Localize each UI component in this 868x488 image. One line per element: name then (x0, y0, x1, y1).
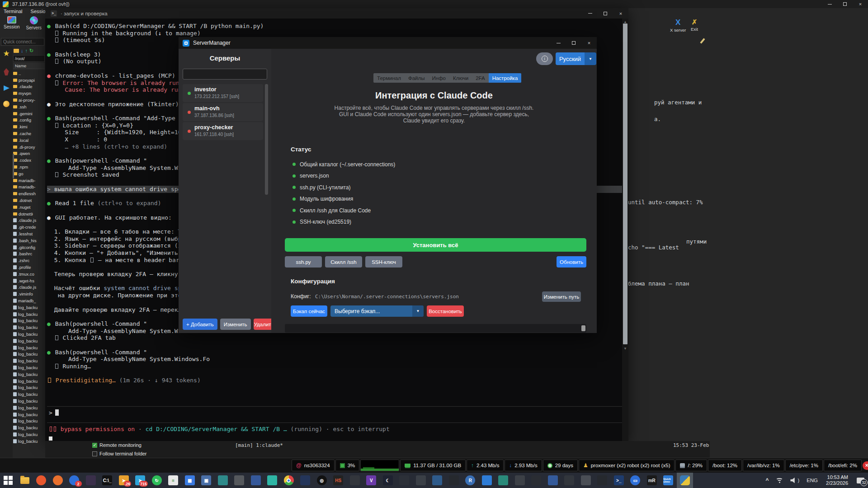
taskbar-thunderbird-icon[interactable]: 2 (66, 473, 83, 488)
taskbar-powershell-icon[interactable]: >_ (611, 473, 627, 488)
notification-center-button[interactable]: 32 (853, 473, 868, 488)
file-row[interactable]: log_backu (13, 384, 45, 391)
minimize-button[interactable] (582, 9, 598, 18)
edit-pencil-icon[interactable] (700, 38, 705, 44)
file-row[interactable]: mariadb_ (13, 297, 45, 304)
toolbar-session-button[interactable]: Session (4, 16, 20, 37)
file-row[interactable]: .bash_his (13, 237, 45, 244)
ball-icon[interactable] (3, 101, 9, 107)
close-button[interactable]: × (853, 0, 868, 8)
file-row[interactable]: .nuget (13, 204, 45, 211)
tab-ключи[interactable]: Ключи (449, 73, 472, 83)
taskbar-app-dark2-icon[interactable] (347, 473, 363, 488)
taskbar-brave-icon[interactable] (33, 473, 50, 488)
download-icon[interactable]: ↓ (21, 48, 24, 53)
file-row[interactable]: .tmux.co (13, 271, 45, 277)
wifi-icon[interactable] (772, 473, 787, 488)
minimize-button[interactable] (822, 0, 837, 8)
server-list-scrollbar[interactable] (265, 84, 268, 195)
sshpy-button[interactable]: ssh.py (285, 256, 322, 267)
file-row[interactable]: dotnet9 (13, 211, 45, 217)
telegram-plane-icon[interactable] (4, 85, 9, 91)
taskbar-start-icon[interactable] (0, 473, 17, 488)
file-row[interactable]: .profile (13, 264, 45, 271)
taskbar-app-gray2-icon[interactable] (578, 473, 594, 488)
file-row[interactable]: log_backu (13, 331, 45, 338)
file-row[interactable]: log_backu (13, 311, 45, 318)
taskbar-file-explorer-icon[interactable] (17, 473, 33, 488)
file-row[interactable]: log_backu (13, 317, 45, 324)
tab-настройка[interactable]: Настройка (489, 73, 522, 83)
file-row[interactable]: .. (13, 70, 45, 77)
taskbar-chrome-icon[interactable] (281, 473, 297, 488)
taskbar-telegram-icon[interactable]: ➤715 (132, 473, 149, 488)
taskbar-app-blue4-icon[interactable] (545, 473, 561, 488)
close-button[interactable]: × (581, 39, 597, 47)
tab-инфо[interactable]: Инфо (429, 73, 449, 83)
taskbar-app-dark6-icon[interactable] (512, 473, 528, 488)
taskbar-quick-utmo-icon[interactable]: Quick utmo (660, 473, 677, 488)
tray-expand-chevron-icon[interactable]: ^ (762, 473, 772, 488)
taskbar-rstudio-app-icon[interactable]: R (462, 473, 479, 488)
menu-item-terminal[interactable]: Terminal (4, 9, 23, 16)
file-row[interactable]: .local (13, 137, 45, 144)
exit-button[interactable]: ✗ Exit (691, 18, 698, 32)
info-button[interactable]: i (536, 52, 553, 65)
file-row[interactable]: log_backu (13, 378, 45, 385)
skill-ssh-button[interactable]: Скилл /ssh (325, 256, 362, 267)
taskbar-game-app-icon[interactable] (83, 473, 99, 488)
server-card-main-ovh[interactable]: main-ovh37.187.136.86 [ssh] (183, 103, 263, 121)
taskbar-app-dark3-icon[interactable] (396, 473, 413, 488)
file-row[interactable]: mariadb- (13, 177, 45, 184)
server-search-input[interactable] (183, 69, 267, 80)
taskbar-notepad-icon[interactable]: ≡ (165, 473, 182, 488)
tray-clock[interactable]: 10:53 AM 2/23/2026 (821, 474, 853, 486)
file-row[interactable]: log_backu (13, 404, 45, 411)
folder-up-icon[interactable] (14, 49, 19, 53)
taskbar-hs-app-icon[interactable]: HS (330, 473, 347, 488)
file-row[interactable]: log_backu (13, 357, 45, 364)
tab-терминал[interactable]: Терминал (373, 73, 405, 83)
taskbar-app-window-blue-icon[interactable]: ▣ (198, 473, 215, 488)
taskbar-app-teal2-icon[interactable] (495, 473, 512, 488)
taskbar-app-teal-icon[interactable] (215, 473, 231, 488)
file-row[interactable]: log_backu (13, 364, 45, 371)
remote-monitoring-checkbox[interactable]: ✓Remote monitoring (92, 442, 142, 448)
file-row[interactable]: .cache (13, 130, 45, 137)
maximize-button[interactable] (598, 9, 613, 18)
add-server-button[interactable]: + Добавить (183, 319, 217, 330)
close-button[interactable]: × (613, 9, 628, 18)
server-card-proxy-checker[interactable]: proxy-checker161.97.118.40 [ssh] (183, 122, 263, 140)
file-row[interactable]: log_backu (13, 424, 45, 431)
terminal-scrollbar[interactable]: ▲ ▼ (622, 19, 628, 441)
file-row[interactable]: .config (13, 117, 45, 124)
taskbar-app-dark9-icon[interactable] (594, 473, 611, 488)
file-row[interactable]: log_backu (13, 338, 45, 344)
file-row[interactable]: .claude.js (13, 284, 45, 291)
file-row[interactable]: go (13, 170, 45, 177)
file-row[interactable]: .claude (13, 84, 45, 90)
speaker-icon[interactable] (787, 473, 803, 488)
install-all-button[interactable]: Установить всё (285, 238, 586, 252)
file-row[interactable]: log_backu (13, 324, 45, 331)
taskbar-cmd-icon[interactable]: C:\_ (99, 473, 116, 488)
taskbar-app-moon-icon[interactable]: ☾ (380, 473, 396, 488)
file-row[interactable]: .wget-hs (13, 277, 45, 284)
favorites-star-icon[interactable]: ★ (3, 49, 9, 58)
file-row[interactable]: mariadb- (13, 184, 45, 191)
file-row[interactable]: log_backu (13, 371, 45, 378)
file-row[interactable]: .lesshst (13, 230, 45, 237)
file-row[interactable]: .qwen (13, 150, 45, 157)
taskbar-app-dark4-icon[interactable] (413, 473, 429, 488)
restore-button[interactable]: Восстановить (427, 305, 464, 317)
taskbar-app-quick2-icon[interactable] (479, 473, 495, 488)
server-card-investor[interactable]: investor173.212.212.157 [ssh] (183, 84, 263, 102)
quick-connect-input[interactable] (1, 38, 44, 46)
toolbar-servers-button[interactable]: Servers (26, 16, 42, 37)
file-row[interactable]: log_backu (13, 431, 45, 438)
file-row[interactable]: myvpn (13, 90, 45, 97)
taskbar-app-gray-icon[interactable] (231, 473, 248, 488)
maximize-button[interactable] (837, 0, 853, 8)
taskbar-sync-app-icon[interactable]: ↻ (149, 473, 165, 488)
file-row[interactable]: log_backu (13, 351, 45, 357)
